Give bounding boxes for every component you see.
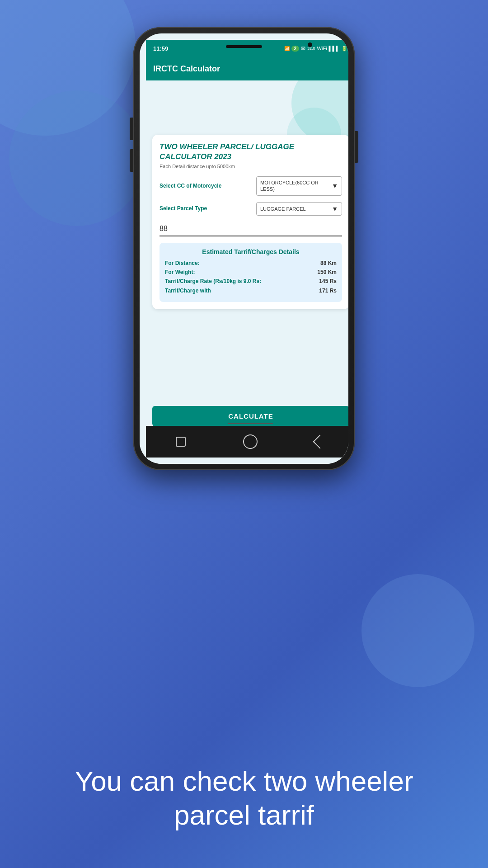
results-section: Estimated Tarrif/Charges Details For Dis… <box>160 243 342 302</box>
wifi-icon: WiFi <box>317 46 327 51</box>
distance-input[interactable] <box>160 222 342 236</box>
recent-apps-button[interactable] <box>169 434 192 450</box>
battery-icon: 🔋 <box>341 46 347 52</box>
weight-result-label: For Weight: <box>165 269 195 275</box>
status-icons: 📶 2 ✉ 32.0 WiFi ▌▌▌ 🔋 <box>284 45 347 52</box>
msg-icon: ✉ <box>301 45 305 52</box>
parcel-form-row: Select Parcel Type LUGGAGE PARCEL ▼ <box>160 202 342 216</box>
weight-result-row: For Weight: 150 Km <box>165 269 337 275</box>
calculator-subtitle: Each Detail distance upto 5000km <box>160 164 342 169</box>
signal-icon: ▌▌▌ <box>329 46 339 51</box>
screen-content: TWO WHEELER PARCEL/ LUGGAGE CALCULATOR 2… <box>146 80 348 464</box>
parcel-dropdown-arrow: ▼ <box>332 205 338 212</box>
cc-dropdown-arrow: ▼ <box>332 182 338 189</box>
charge-total-label: Tarrif/Charge with <box>165 288 211 294</box>
bottom-nav-bar <box>146 426 348 458</box>
main-card: TWO WHEELER PARCEL/ LUGGAGE CALCULATOR 2… <box>152 135 348 309</box>
weight-result-value: 150 Km <box>317 269 337 275</box>
cc-label: Select CC of Motorcycle <box>160 183 223 190</box>
bottom-text-content: You can check two wheeler parcel tarrif <box>36 764 452 832</box>
data-speed: 32.0 <box>307 46 315 51</box>
power-button[interactable] <box>355 131 358 163</box>
back-button[interactable] <box>309 434 331 450</box>
parcel-dropdown-value: LUGGAGE PARCEL <box>260 206 306 212</box>
distance-result-row: For Distance: 88 Km <box>165 260 337 266</box>
cc-dropdown[interactable]: MOTORCYCLE(60CC OR LESS) ▼ <box>256 176 342 196</box>
charge-rate-label: Tarrif/Charge Rate (Rs/10kg is 9.0 Rs: <box>165 278 261 285</box>
phone-device: 11:59 📶 2 ✉ 32.0 WiFi ▌▌▌ 🔋 IRCTC Calcul… <box>133 27 355 470</box>
bottom-marketing-text: You can check two wheeler parcel tarrif <box>0 764 488 832</box>
charge-total-value: 171 Rs <box>319 288 337 294</box>
bg-circle-2 <box>9 90 145 226</box>
charge-total-result-row: Tarrif/Charge with 171 Rs <box>165 288 337 294</box>
home-icon <box>243 434 258 449</box>
distance-result-value: 88 Km <box>320 260 337 266</box>
app-bar: IRCTC Calculator <box>146 57 348 80</box>
recent-apps-icon <box>176 437 186 447</box>
phone-body: 11:59 📶 2 ✉ 32.0 WiFi ▌▌▌ 🔋 IRCTC Calcul… <box>133 27 355 470</box>
home-button[interactable] <box>239 434 262 450</box>
wifi-icon-status: 📶 <box>284 46 290 51</box>
app-title: IRCTC Calculator <box>153 64 220 74</box>
charge-rate-result-row: Tarrif/Charge Rate (Rs/10kg is 9.0 Rs: 1… <box>165 278 337 285</box>
notification-badge: 2 <box>291 46 300 52</box>
status-bar: 11:59 📶 2 ✉ 32.0 WiFi ▌▌▌ 🔋 <box>146 40 348 57</box>
scroll-hint <box>228 423 273 424</box>
back-icon <box>313 434 327 448</box>
phone-screen: 11:59 📶 2 ✉ 32.0 WiFi ▌▌▌ 🔋 IRCTC Calcul… <box>140 33 348 464</box>
calculator-title: TWO WHEELER PARCEL/ LUGGAGE CALCULATOR 2… <box>160 142 342 162</box>
parcel-label: Select Parcel Type <box>160 205 223 212</box>
distance-input-row <box>160 222 342 236</box>
cc-form-row: Select CC of Motorcycle MOTORCYCLE(60CC … <box>160 176 342 196</box>
parcel-dropdown[interactable]: LUGGAGE PARCEL ▼ <box>256 202 342 216</box>
cc-dropdown-value: MOTORCYCLE(60CC OR LESS) <box>260 179 329 193</box>
volume-up-button[interactable] <box>130 118 133 140</box>
speaker <box>226 45 262 48</box>
status-time: 11:59 <box>153 45 168 52</box>
distance-result-label: For Distance: <box>165 260 200 266</box>
volume-down-button[interactable] <box>130 149 133 172</box>
camera <box>308 42 312 47</box>
charge-rate-value: 145 Rs <box>319 278 337 285</box>
bg-circle-3 <box>361 574 474 687</box>
results-title: Estimated Tarrif/Charges Details <box>165 248 337 255</box>
